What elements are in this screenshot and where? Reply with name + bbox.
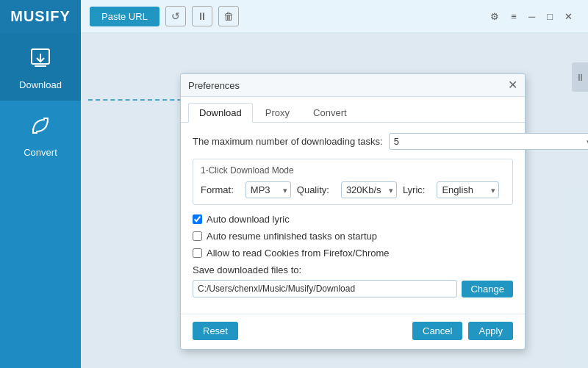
dialog-tabs: Download Proxy Convert bbox=[181, 97, 525, 123]
dialog-footer: Reset Cancel Apply bbox=[181, 314, 525, 349]
one-click-section: 1-Click Download Mode Format: MP3AACFLAC… bbox=[193, 159, 513, 205]
auto-lyric-label: Auto download lyric bbox=[207, 214, 290, 225]
tab-download[interactable]: Download bbox=[188, 103, 253, 123]
sidebar-download-label: Download bbox=[19, 79, 62, 90]
quality-select[interactable]: 128Kb/s192Kb/s256Kb/s320Kb/s bbox=[341, 181, 397, 198]
apply-button[interactable]: Apply bbox=[468, 322, 513, 340]
window-controls: ⚙ ≡ ─ □ ✕ bbox=[487, 10, 579, 24]
dialog-body: The maximum number of downloading tasks:… bbox=[181, 123, 525, 308]
dialog-title: Preferences bbox=[188, 80, 240, 91]
allow-cookies-checkbox[interactable] bbox=[193, 248, 202, 258]
footer-right: Cancel Apply bbox=[412, 322, 513, 340]
format-label: Format: bbox=[201, 184, 234, 195]
save-to-label: Save downloaded files to: bbox=[193, 264, 513, 275]
auto-resume-checkbox[interactable] bbox=[193, 231, 202, 241]
dialog-titlebar: Preferences ✕ bbox=[181, 74, 525, 97]
main-content: Paste URL ↺ ⏸ 🗑 ⚙ ≡ ─ □ ✕ ⏸ bbox=[81, 0, 588, 368]
reset-button[interactable]: Reset bbox=[193, 322, 238, 340]
download-icon bbox=[29, 46, 52, 75]
lyric-label: Lyric: bbox=[403, 184, 426, 195]
auto-lyric-checkbox[interactable] bbox=[193, 214, 202, 224]
format-select-wrapper: MP3AACFLACWAVOGG bbox=[245, 181, 291, 198]
sidebar-item-download[interactable]: Download bbox=[0, 33, 81, 101]
minimize-button[interactable]: ─ bbox=[525, 10, 539, 24]
sidebar-convert-label: Convert bbox=[24, 147, 57, 158]
format-select[interactable]: MP3AACFLACWAVOGG bbox=[245, 181, 291, 198]
settings-button[interactable]: ⚙ bbox=[487, 10, 503, 24]
allow-cookies-row: Allow to read Cookies from Firefox/Chrom… bbox=[193, 248, 513, 259]
auto-resume-row: Auto resume unfinished tasks on startup bbox=[193, 231, 513, 242]
refresh-button[interactable]: ↺ bbox=[165, 6, 186, 26]
max-tasks-select-wrapper: 12345678 bbox=[389, 133, 588, 150]
menu-button[interactable]: ≡ bbox=[507, 10, 520, 24]
app-logo: MUSIFY bbox=[0, 0, 81, 33]
preferences-dialog: Preferences ✕ Download Proxy Convert The… bbox=[180, 73, 526, 350]
auto-resume-label: Auto resume unfinished tasks on startup bbox=[207, 231, 377, 242]
paste-url-button[interactable]: Paste URL bbox=[90, 7, 159, 26]
tab-proxy[interactable]: Proxy bbox=[254, 103, 301, 123]
maximize-button[interactable]: □ bbox=[543, 10, 556, 24]
max-tasks-row: The maximum number of downloading tasks:… bbox=[193, 133, 513, 150]
quality-label: Quality: bbox=[297, 184, 329, 195]
sidebar-item-convert[interactable]: Convert bbox=[0, 101, 81, 168]
tab-convert[interactable]: Convert bbox=[302, 103, 358, 123]
pause-all-button[interactable]: ⏸ bbox=[192, 6, 212, 26]
max-tasks-label: The maximum number of downloading tasks: bbox=[193, 136, 383, 147]
cancel-button[interactable]: Cancel bbox=[412, 322, 462, 340]
one-click-row: Format: MP3AACFLACWAVOGG Quality: 128Kb/… bbox=[201, 181, 505, 198]
quality-select-wrapper: 128Kb/s192Kb/s256Kb/s320Kb/s bbox=[341, 181, 397, 198]
convert-icon bbox=[29, 114, 52, 142]
sidebar: MUSIFY Download Conve bbox=[0, 0, 81, 368]
lyric-select[interactable]: EnglishChineseJapaneseNone bbox=[437, 181, 499, 198]
save-path-input[interactable] bbox=[193, 280, 457, 297]
change-button[interactable]: Change bbox=[462, 281, 513, 297]
auto-lyric-row: Auto download lyric bbox=[193, 214, 513, 225]
lyric-select-wrapper: EnglishChineseJapaneseNone bbox=[437, 181, 499, 198]
max-tasks-select[interactable]: 12345678 bbox=[389, 133, 588, 150]
content-area: ⏸ Preferences ✕ Download Proxy Convert bbox=[81, 33, 588, 368]
save-to-row: Change bbox=[193, 280, 513, 297]
dialog-close-button[interactable]: ✕ bbox=[508, 79, 517, 91]
allow-cookies-label: Allow to read Cookies from Firefox/Chrom… bbox=[207, 248, 390, 259]
top-bar-left: Paste URL ↺ ⏸ 🗑 bbox=[90, 6, 239, 26]
one-click-title: 1-Click Download Mode bbox=[201, 165, 505, 176]
delete-button[interactable]: 🗑 bbox=[218, 6, 239, 26]
close-button[interactable]: ✕ bbox=[561, 10, 576, 24]
top-bar: Paste URL ↺ ⏸ 🗑 ⚙ ≡ ─ □ ✕ bbox=[81, 0, 588, 33]
